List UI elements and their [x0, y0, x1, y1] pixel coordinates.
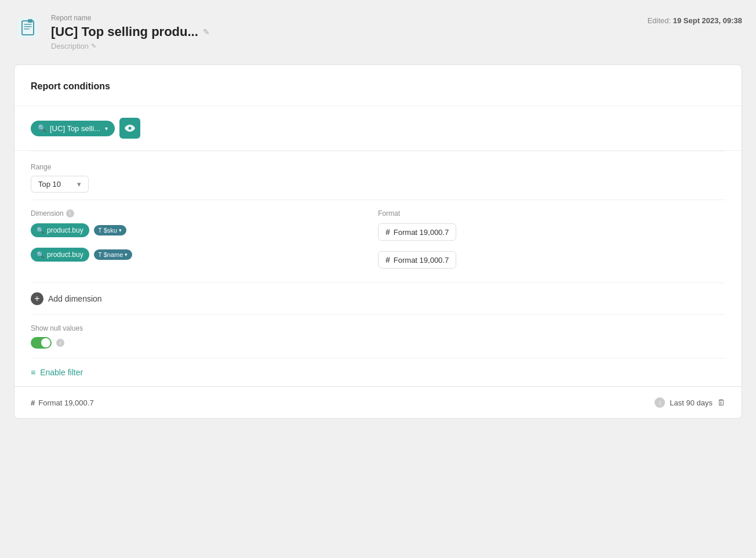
report-icon: [14, 14, 42, 42]
null-values-info-icon[interactable]: i: [56, 339, 64, 347]
variable-label-2: $name: [104, 251, 123, 258]
bottom-format: # Format 19,000.7: [31, 398, 94, 407]
format-col: Format # Format 19,000.7 # Format 19,00: [378, 209, 725, 273]
hash-icon-1: #: [386, 227, 390, 237]
calendar-icon[interactable]: 🗓: [717, 398, 725, 407]
product-icon-2: 🔍: [37, 251, 45, 259]
format-row-1: # Format 19,000.7: [378, 223, 725, 245]
variable-icon-1: T: [99, 227, 102, 234]
dimension-format-grid: Dimension i 🔍 product.buy T $sku ▾: [31, 209, 725, 273]
date-range-label: Last 90 days: [670, 398, 713, 407]
dimension-row-1: 🔍 product.buy T $sku ▾: [31, 223, 359, 242]
null-values-section: Show null values i: [31, 314, 725, 358]
dimension-entity-1: product.buy: [47, 226, 83, 234]
variable-tag-1[interactable]: T $sku ▾: [94, 225, 126, 235]
filter-tag-label: [UC] Top selli...: [50, 124, 100, 133]
variable-chevron-2: ▾: [125, 252, 128, 258]
edited-label: Edited:: [648, 16, 671, 25]
hash-icon-2: #: [386, 255, 390, 264]
report-name-label: Report name: [51, 14, 210, 22]
product-icon-1: 🔍: [37, 227, 45, 234]
header-left: Report name [UC] Top selling produ... ✎ …: [14, 14, 210, 50]
edit-description-icon[interactable]: ✎: [91, 42, 96, 50]
format-row-2: # Format 19,000.7: [378, 251, 725, 273]
description-row: Description ✎: [51, 42, 210, 50]
filter-lines-icon: ≡: [31, 368, 35, 377]
bottom-right: i Last 90 days 🗓: [655, 397, 725, 408]
bottom-bar: # Format 19,000.7 i Last 90 days 🗓: [14, 386, 742, 419]
eye-button[interactable]: [119, 118, 140, 139]
header-right: Edited: 19 Sept 2023, 09:38: [648, 16, 742, 25]
variable-icon-2: T: [99, 252, 102, 258]
dimension-entity-2: product.buy: [47, 251, 83, 259]
toggle-knob: [41, 338, 50, 347]
range-chevron-icon: ▾: [77, 180, 81, 189]
format-label: Format: [378, 209, 725, 218]
dimension-tag-1[interactable]: 🔍 product.buy: [31, 223, 89, 237]
header-text: Report name [UC] Top selling produ... ✎ …: [51, 14, 210, 50]
filter-tag[interactable]: 🔍 [UC] Top selli... ▾: [31, 121, 115, 136]
svg-rect-5: [28, 19, 32, 23]
format-value-2: Format 19,000.7: [394, 256, 449, 264]
edit-title-icon[interactable]: ✎: [203, 27, 210, 37]
null-values-toggle[interactable]: [31, 337, 52, 349]
range-label: Range: [31, 163, 725, 171]
dimension-tag-2[interactable]: 🔍 product.buy: [31, 248, 89, 262]
report-title: [UC] Top selling produ...: [51, 24, 198, 39]
dimension-section: Dimension i 🔍 product.buy T $sku ▾: [31, 200, 725, 282]
add-dimension-label: Add dimension: [48, 294, 102, 303]
format-value-1: Format 19,000.7: [394, 228, 449, 237]
toggle-row: i: [31, 337, 725, 349]
variable-tag-2[interactable]: T $name ▾: [94, 249, 133, 260]
enable-filter-label: Enable filter: [40, 368, 83, 377]
range-select-wrapper[interactable]: Top 10 Top 20 Top 50 Top 100 ▾: [31, 176, 89, 193]
bottom-info-icon[interactable]: i: [655, 397, 665, 408]
section-title: Report conditions: [31, 81, 725, 92]
bottom-hash-icon: #: [31, 398, 35, 407]
add-dimension-row[interactable]: + Add dimension: [31, 282, 725, 314]
range-select[interactable]: Top 10 Top 20 Top 50 Top 100: [38, 180, 74, 189]
report-title-row: [UC] Top selling produ... ✎: [51, 24, 210, 39]
filter-chevron-icon: ▾: [105, 125, 108, 132]
description-label: Description: [51, 42, 89, 50]
variable-chevron-1: ▾: [119, 227, 122, 233]
filter-row: 🔍 [UC] Top selli... ▾: [31, 106, 725, 150]
dimension-label: Dimension i: [31, 209, 359, 218]
edited-date: 19 Sept 2023, 09:38: [673, 16, 742, 25]
dimension-col: Dimension i 🔍 product.buy T $sku ▾: [31, 209, 378, 273]
svg-point-6: [129, 127, 132, 130]
dimension-row-2: 🔍 product.buy T $name ▾: [31, 248, 359, 266]
bottom-format-label: Format 19,000.7: [38, 398, 93, 407]
dimension-info-icon[interactable]: i: [66, 209, 74, 218]
add-circle-icon: +: [31, 292, 43, 305]
variable-label-1: $sku: [104, 227, 117, 234]
enable-filter-row[interactable]: ≡ Enable filter: [31, 358, 725, 386]
format-tag-2[interactable]: # Format 19,000.7: [378, 251, 456, 269]
range-section: Range Top 10 Top 20 Top 50 Top 100 ▾: [31, 151, 725, 200]
null-values-label: Show null values: [31, 324, 725, 332]
format-tag-1[interactable]: # Format 19,000.7: [378, 223, 456, 241]
search-icon: 🔍: [38, 124, 46, 132]
page-header: Report name [UC] Top selling produ... ✎ …: [14, 14, 742, 50]
main-card: Report conditions 🔍 [UC] Top selli... ▾ …: [14, 64, 742, 386]
